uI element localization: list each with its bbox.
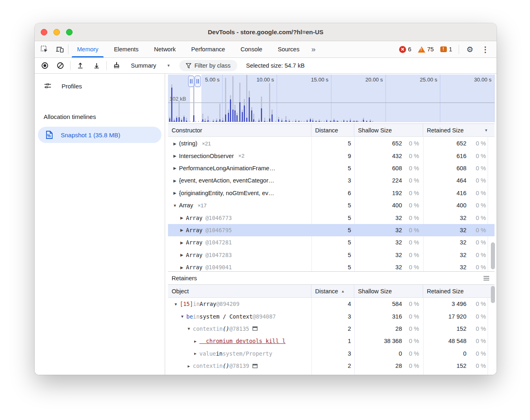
expander-expanded-icon[interactable]: ▼ [186,326,192,331]
column-header-object[interactable]: Object [168,285,311,297]
cell-retained-size: 320 % [423,252,488,258]
constructor-row[interactable]: ▶ Array @1046773 5 320 % 320 % [168,211,495,224]
constructor-row[interactable]: ▶ {event, eventAction, eventCategor… 3 2… [168,174,495,187]
tab-strip: MemoryElementsNetworkPerformanceConsoleS… [69,41,307,57]
expander-collapsed-icon[interactable]: ▶ [179,253,185,257]
cell-distance: 5 [311,165,354,172]
record-heap-icon[interactable] [39,60,51,71]
expander-collapsed-icon[interactable]: ▶ [179,240,185,245]
column-header-distance[interactable]: Distance [311,124,354,136]
close-window-button[interactable] [41,29,47,35]
expander-expanded-icon[interactable]: ▼ [179,314,185,319]
column-header-shallow-size[interactable]: Shallow Size [354,285,423,297]
expander-collapsed-icon[interactable]: ▶ [179,228,185,232]
tab-elements[interactable]: Elements [106,41,146,57]
zoom-window-button[interactable] [66,29,73,35]
expander-collapsed-icon[interactable]: ▶ [192,351,198,356]
column-header-constructor[interactable]: Constructor [168,124,311,136]
allocation-timelines-heading: Allocation timelines [44,113,96,120]
cell-shallow-size: 6080 % [354,165,423,172]
retainers-scrollbar-thumb[interactable] [491,286,495,303]
cell-shallow-size: 4320 % [354,153,423,159]
retainer-row[interactable]: ▼ be in system / Context @894087 3 3160 … [168,310,495,322]
filter-by-class-input[interactable]: Filter by class [179,60,237,71]
clear-profiles-icon[interactable] [54,60,66,71]
retainer-row[interactable]: ▶ __chromium_devtools_kill_l 1 38 3680 %… [168,335,495,347]
retainer-row[interactable]: ▼ [15] in Array @894209 4 5840 % 3 4960 … [168,298,495,310]
tab-console[interactable]: Console [233,41,270,57]
constructor-row[interactable]: ▶ Array @1046795 5 320 % 320 % [168,224,495,236]
kebab-menu-icon[interactable]: ⋮ [478,45,492,54]
constructor-row[interactable]: ▼ Array ×17 5 4000 % 4000 % [168,199,495,211]
constructor-row[interactable]: ▶ {originatingEntity, noGtmEvent, ev… 6 … [168,187,495,199]
retainer-row[interactable]: ▶ value in system / Property 3 00 % 00 % [168,347,495,360]
cell-shallow-size: 4000 % [354,202,423,209]
profiles-label: Profiles [62,83,82,90]
retainers-title: Retainers [172,275,197,281]
constructor-row[interactable]: ▶ (string) ×21 5 6520 % 6520 % [168,137,495,150]
expander-expanded-icon[interactable]: ▼ [172,203,178,208]
hamburger-menu-icon[interactable] [483,276,490,281]
perspective-select[interactable]: Summary ▼ [131,62,170,69]
svg-text:25.00 s: 25.00 s [420,77,437,83]
settings-gear-icon[interactable]: ⚙ [463,45,477,54]
error-badge[interactable]: 6 [397,46,414,53]
load-profile-icon[interactable] [74,60,86,71]
constructor-row[interactable]: ▶ Array @1047283 5 320 % 320 % [168,249,495,261]
constructor-row[interactable]: ▶ Array @1047281 5 320 % 320 % [168,236,495,248]
warning-count: 75 [427,46,434,53]
divider [68,44,68,54]
svg-text:20.00 s: 20.00 s [365,77,383,83]
cell-retained-size: 320 % [423,227,488,233]
perspective-select-value: Summary [131,62,156,69]
reveal-in-sources-icon[interactable] [252,326,258,331]
device-toolbar-icon[interactable] [55,44,65,54]
retainers-rows: ▼ [15] in Array @894209 4 5840 % 3 4960 … [168,298,495,375]
column-header-retained-size[interactable]: Retained Size ▼ [423,124,495,136]
cell-retained-size: 4640 % [423,177,488,184]
column-header-shallow-size[interactable]: Shallow Size [354,124,423,136]
tab-sources[interactable]: Sources [270,41,307,57]
expander-collapsed-icon[interactable]: ▶ [179,265,185,270]
expander-collapsed-icon[interactable]: ▶ [172,191,178,195]
allocation-timeline-overview[interactable]: 5.00 s10.00 s15.00 s20.00 s25.00 s30.00 … [168,75,495,122]
chevron-down-icon: ▼ [167,64,170,68]
warning-badge[interactable]: 75 [415,46,436,53]
retainers-section-bar: Retainers [168,271,495,284]
constructor-scrollbar-thumb[interactable] [491,242,495,269]
retainer-row[interactable]: ▼ context in () @78135 2 280 % 1520 % [168,323,495,335]
cell-shallow-size: 1920 % [354,190,423,196]
sidebar-item-profiles[interactable]: Profiles [35,78,161,94]
expander-collapsed-icon[interactable]: ▶ [172,141,178,146]
column-header-retained-size[interactable]: Retained Size [423,285,495,297]
reveal-in-sources-icon[interactable] [252,364,258,368]
constructor-row[interactable]: ▶ IntersectionObserver ×2 9 4320 % 6160 … [168,150,495,162]
clear-broom-icon[interactable] [110,60,123,71]
issues-badge[interactable]: 1 [438,46,455,53]
tab-performance[interactable]: Performance [183,41,233,57]
cell-shallow-size: 2240 % [354,177,423,184]
expander-collapsed-icon[interactable]: ▶ [172,166,178,170]
expander-collapsed-icon[interactable]: ▶ [186,364,192,368]
tab-memory[interactable]: Memory [69,41,106,57]
column-header-distance[interactable]: Distance ▲ [311,285,354,297]
expander-collapsed-icon[interactable]: ▶ [172,154,178,158]
expander-collapsed-icon[interactable]: ▶ [192,339,198,343]
minimize-window-button[interactable] [53,29,60,35]
tab-network[interactable]: Network [146,41,183,57]
inspect-element-icon[interactable] [40,44,49,54]
cell-retained-size: 17 9200 % [423,313,488,320]
more-tabs-button[interactable]: » [307,41,320,57]
retainer-row[interactable]: ▶ context in () @78139 2 280 % 1520 % [168,360,495,372]
sidebar-item-snapshot-1[interactable]: % Snapshot 1 (35.8 MB) [38,127,161,143]
expander-collapsed-icon[interactable]: ▶ [172,178,178,183]
cell-shallow-size: 6520 % [354,140,423,147]
expander-collapsed-icon[interactable]: ▶ [179,215,185,220]
constructor-row[interactable]: ▶ Array @1049041 5 320 % 320 % [168,261,495,271]
cell-shallow-size: 320 % [354,239,423,246]
memory-toolbar: Summary ▼ Filter by class Selected size:… [35,58,497,74]
expander-expanded-icon[interactable]: ▼ [173,302,179,306]
save-profile-icon[interactable] [91,60,103,71]
error-count: 6 [408,46,411,53]
constructor-row[interactable]: ▶ PerformanceLongAnimationFrame… 5 6080 … [168,162,495,174]
